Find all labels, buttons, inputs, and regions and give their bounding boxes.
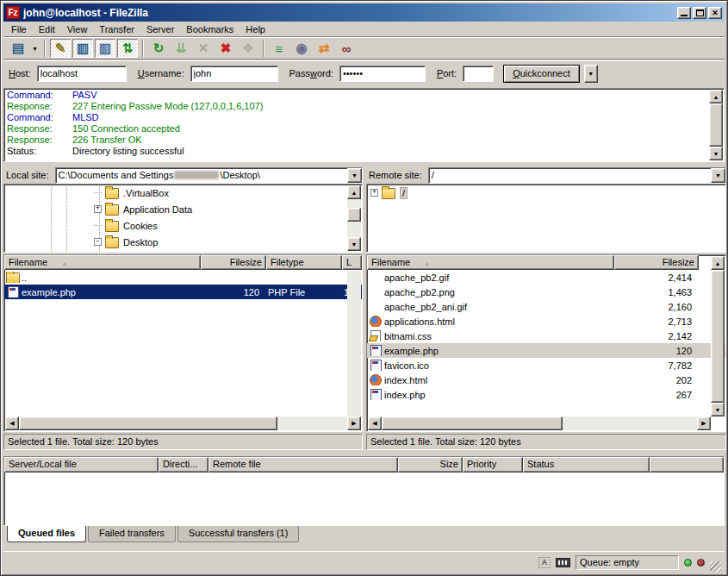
file-size-text: 267 <box>676 390 692 400</box>
quickconnect-button[interactable]: Quickconnect <box>503 65 580 83</box>
port-input[interactable] <box>463 66 494 82</box>
scroll-left-icon[interactable]: ◀ <box>368 416 382 430</box>
username-input[interactable] <box>190 66 278 82</box>
file-row[interactable]: favicon.ico7,782 <box>367 358 725 373</box>
scroll-right-icon[interactable]: ▶ <box>347 416 361 430</box>
column-header-filetype[interactable]: Filetype <box>266 255 342 270</box>
file-row[interactable]: example.php120 <box>367 343 725 358</box>
scroll-down-icon[interactable]: ▼ <box>709 147 723 160</box>
refresh-icon[interactable]: ↻ <box>148 39 169 58</box>
find-files-icon[interactable]: ∞ <box>336 39 357 58</box>
remote-list-hscrollbar[interactable]: ◀ ▶ <box>368 416 711 430</box>
file-row[interactable]: index.php267 <box>367 387 725 402</box>
reconnect-icon[interactable]: ❖ <box>238 39 258 58</box>
file-row[interactable]: .. <box>4 270 362 285</box>
local-site-combo[interactable]: C:\Documents and Settings\Desktop\ ▼ <box>55 167 363 184</box>
close-button[interactable]: ✕ <box>708 7 722 19</box>
scroll-down-icon[interactable]: ▼ <box>711 403 725 416</box>
column-header-l[interactable]: L <box>342 255 362 270</box>
minimize-button[interactable] <box>677 7 691 19</box>
local-hscroll-thumb[interactable] <box>19 416 277 430</box>
local-path-suffix: \Desktop\ <box>220 170 259 180</box>
local-combo-dropdown[interactable]: ▼ <box>347 168 362 183</box>
log-scroll-thumb[interactable] <box>709 103 723 147</box>
menu-view[interactable]: View <box>61 22 94 36</box>
scroll-up-icon[interactable]: ▲ <box>709 90 723 103</box>
scroll-up-icon[interactable]: ▲ <box>711 256 725 270</box>
resize-grip[interactable] <box>710 561 721 573</box>
process-queue-icon[interactable]: ⇊ <box>171 39 191 58</box>
column-header-filename[interactable]: Filename▲ <box>367 255 614 270</box>
tree-item[interactable]: -Desktop <box>4 234 362 250</box>
disconnect-icon[interactable]: ✖ <box>215 39 236 58</box>
tree-item[interactable]: +/ <box>367 185 725 201</box>
log-line: Status:Directory listing successful <box>4 146 724 157</box>
toggle-message-log-icon[interactable]: ✎ <box>50 39 71 58</box>
directory-comparison-icon[interactable]: ◉ <box>291 39 312 58</box>
remote-hscroll-thumb[interactable] <box>382 416 563 430</box>
file-row[interactable]: applications.html2,713 <box>367 314 725 329</box>
tree-item-label: / <box>400 187 408 199</box>
file-row[interactable]: apache_pb2_ani.gif2,160 <box>367 299 725 314</box>
file-row[interactable]: apache_pb2.png1,463 <box>367 285 725 299</box>
site-manager-icon[interactable]: ▤ <box>8 39 28 58</box>
menu-edit[interactable]: Edit <box>33 22 61 36</box>
local-list-hscrollbar[interactable]: ◀ ▶ <box>5 416 361 430</box>
directory-filters-icon[interactable]: ≡ <box>269 39 289 58</box>
toggle-remote-tree-icon[interactable]: ▥ <box>95 39 115 58</box>
queue-column-remotefile[interactable]: Remote file <box>208 457 398 473</box>
queue-column-serverlocalfile[interactable]: Server/Local file <box>4 457 159 473</box>
log-vscrollbar[interactable]: ▲ ▼ <box>709 90 723 160</box>
activity-led-green-icon <box>684 559 692 567</box>
file-row[interactable]: example.php120PHP File1 <box>4 285 362 299</box>
tree-expand-plus-icon[interactable]: + <box>370 189 378 197</box>
menu-file[interactable]: File <box>5 22 33 36</box>
tree-expand-plus-icon[interactable]: + <box>94 205 102 213</box>
scroll-up-icon[interactable]: ▲ <box>347 185 361 199</box>
file-row[interactable]: apache_pb2.gif2,414 <box>367 270 725 285</box>
file-row[interactable]: index.html202 <box>367 373 725 387</box>
scroll-right-icon[interactable]: ▶ <box>697 416 711 430</box>
menu-bookmarks[interactable]: Bookmarks <box>180 22 240 36</box>
column-header-filesize[interactable]: Filesize <box>614 255 699 270</box>
toggle-queue-icon[interactable]: ⇅ <box>117 39 138 58</box>
queue-column-priority[interactable]: Priority <box>463 457 523 473</box>
tree-item[interactable]: Cookies <box>4 217 362 234</box>
menu-transfer[interactable]: Transfer <box>93 22 140 36</box>
toggle-local-tree-icon[interactable]: ▥ <box>72 39 93 58</box>
log-text: MLSD <box>72 112 99 123</box>
local-list-vscrollbar[interactable] <box>347 271 361 416</box>
synchronized-browsing-icon[interactable]: ⇄ <box>314 39 334 58</box>
menu-help[interactable]: Help <box>240 22 271 36</box>
remote-combo-dropdown[interactable]: ▼ <box>711 168 725 183</box>
tab-failed-transfers[interactable]: Failed transfers <box>88 526 176 542</box>
queue-column-status[interactable]: Status <box>523 457 650 473</box>
remote-list-vscrollbar[interactable]: ▲ ▼ <box>711 256 725 416</box>
local-tree-scroll-thumb[interactable] <box>347 208 361 222</box>
host-input[interactable] <box>37 66 127 82</box>
speed-limits-icon[interactable] <box>556 558 570 567</box>
quickconnect-dropdown-button[interactable]: ▼ <box>584 65 598 83</box>
tree-item[interactable]: +Application Data <box>4 201 362 217</box>
tree-collapse-minus-icon[interactable]: - <box>94 238 102 246</box>
queue-column-directi[interactable]: Directi... <box>159 457 208 473</box>
remote-vscroll-thumb[interactable] <box>711 270 725 403</box>
tree-item[interactable]: .VirtualBox <box>4 185 362 201</box>
cancel-operation-icon[interactable]: ✕ <box>193 39 214 58</box>
tab-queued-files[interactable]: Queued files <box>7 526 86 542</box>
column-header-filesize[interactable]: Filesize <box>201 255 266 270</box>
scroll-left-icon[interactable]: ◀ <box>5 416 19 430</box>
queue-column-size[interactable]: Size <box>398 457 463 473</box>
tab-successful-transfers-[interactable]: Successful transfers (1) <box>177 526 300 542</box>
menu-server[interactable]: Server <box>140 22 180 36</box>
maximize-button[interactable] <box>693 7 706 19</box>
password-input[interactable] <box>339 66 426 82</box>
file-row[interactable]: bitnami.css2,142 <box>367 329 725 343</box>
file-size-text: 202 <box>676 375 692 385</box>
local-tree-vscrollbar[interactable]: ▲ ▼ <box>347 185 361 251</box>
local-directory-tree: .VirtualBox+Application DataCookies-Desk… <box>3 184 363 253</box>
remote-site-combo[interactable]: / ▼ <box>428 167 726 184</box>
column-header-filename[interactable]: Filename▲ <box>4 255 201 270</box>
scroll-down-icon[interactable]: ▼ <box>347 237 361 251</box>
site-manager-dropdown-icon[interactable]: ▼ <box>29 39 40 58</box>
